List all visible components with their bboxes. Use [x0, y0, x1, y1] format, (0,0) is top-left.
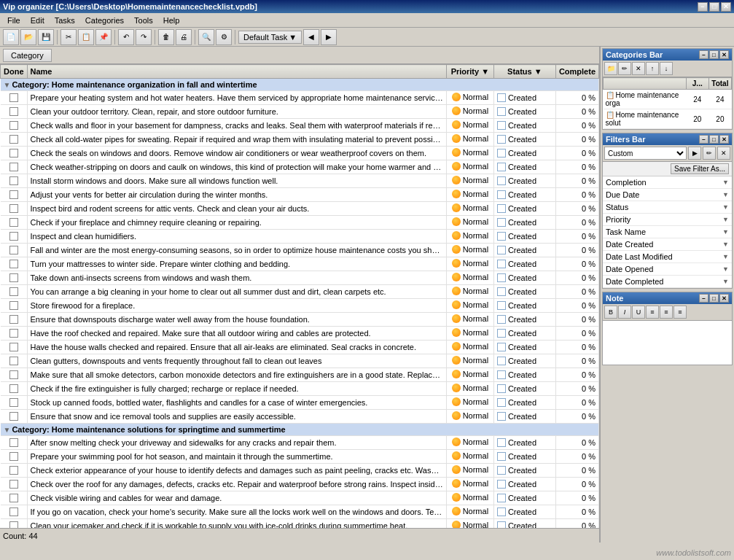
- done-cell[interactable]: [1, 119, 28, 133]
- done-cell[interactable]: [1, 299, 28, 313]
- table-row[interactable]: Have the roof checked and repaired. Make…: [1, 327, 599, 341]
- table-row[interactable]: Fall and winter are the most energy-cons…: [1, 244, 599, 257]
- cat-delete-btn[interactable]: ✕: [632, 62, 645, 75]
- done-cell[interactable]: [1, 133, 28, 147]
- task-checkbox[interactable]: [9, 384, 18, 393]
- open-button[interactable]: 📂: [20, 29, 36, 45]
- table-row[interactable]: You can arrange a big cleaning in your h…: [1, 285, 599, 299]
- task-checkbox[interactable]: [9, 466, 18, 475]
- task-table-container[interactable]: Done Name Priority ▼ Status ▼: [0, 64, 599, 528]
- task-checkbox[interactable]: [9, 357, 18, 365]
- paste-button[interactable]: 📌: [95, 29, 112, 45]
- note-italic-btn[interactable]: I: [618, 306, 631, 319]
- filter-item[interactable]: Status▼: [603, 201, 732, 214]
- task-checkbox[interactable]: [9, 521, 18, 528]
- done-cell[interactable]: [1, 464, 28, 478]
- table-row[interactable]: Check walls and floor in your basement f…: [1, 119, 599, 133]
- filter-item[interactable]: Date Created▼: [603, 238, 732, 251]
- cat-down-btn[interactable]: ↓: [660, 62, 673, 75]
- task-checkbox[interactable]: [9, 508, 18, 516]
- task-checkbox[interactable]: [9, 163, 18, 171]
- done-cell[interactable]: [1, 188, 28, 202]
- table-row[interactable]: Adjust your vents for better air circula…: [1, 188, 599, 202]
- table-row[interactable]: Prepare your heating system and hot wate…: [1, 91, 599, 105]
- table-row[interactable]: Clean your outdoor territory. Clean, rep…: [1, 105, 599, 119]
- filters-minimize-btn[interactable]: −: [699, 135, 708, 144]
- maximize-button[interactable]: □: [709, 2, 719, 12]
- print-button[interactable]: 🖨: [176, 29, 192, 45]
- table-row[interactable]: Check all cold-water pipes for sweating.…: [1, 133, 599, 147]
- done-cell[interactable]: [1, 271, 28, 285]
- undo-button[interactable]: ↶: [118, 29, 134, 45]
- done-cell[interactable]: [1, 327, 28, 341]
- copy-button[interactable]: 📋: [78, 29, 94, 45]
- table-row[interactable]: Make sure that all smoke detectors, carb…: [1, 368, 599, 382]
- done-cell[interactable]: [1, 216, 28, 230]
- filter-delete-btn[interactable]: ✕: [717, 147, 730, 160]
- done-cell[interactable]: [1, 368, 28, 382]
- task-checkbox[interactable]: [9, 452, 18, 461]
- task-checkbox[interactable]: [9, 287, 18, 296]
- cat-add-btn[interactable]: 📁: [604, 62, 617, 75]
- menu-tools[interactable]: Tools: [130, 15, 157, 26]
- task-checkbox[interactable]: [9, 301, 18, 310]
- task-checkbox[interactable]: [9, 190, 18, 199]
- table-row[interactable]: Check exterior appearance of your house …: [1, 464, 599, 478]
- default-task-dropdown[interactable]: Default Task ▼: [238, 31, 302, 44]
- note-content-area[interactable]: [603, 321, 732, 365]
- filters-close-btn[interactable]: ✕: [719, 135, 729, 144]
- minimize-button[interactable]: −: [698, 2, 708, 12]
- table-row[interactable]: Take down anti-insects screens from wind…: [1, 271, 599, 285]
- task-checkbox[interactable]: [9, 176, 18, 185]
- cat-up-btn[interactable]: ↑: [646, 62, 659, 75]
- note-header-btns[interactable]: − □ ✕: [699, 294, 729, 303]
- menu-tasks[interactable]: Tasks: [50, 15, 79, 26]
- table-row[interactable]: Clean your icemaker and check if it is w…: [1, 519, 599, 529]
- task-checkbox[interactable]: [9, 315, 18, 324]
- filter-edit-btn[interactable]: ✏: [703, 147, 716, 160]
- task-checkbox[interactable]: [9, 343, 18, 351]
- task-checkbox[interactable]: [9, 329, 18, 338]
- filter-item[interactable]: Priority▼: [603, 214, 732, 226]
- task-checkbox[interactable]: [9, 93, 18, 102]
- table-row[interactable]: Check visible wiring and cables for wear…: [1, 491, 599, 505]
- done-cell[interactable]: [1, 505, 28, 519]
- task-checkbox[interactable]: [9, 438, 18, 447]
- category-list-item[interactable]: 📋Home maintenance orga 24 24: [604, 90, 732, 109]
- done-cell[interactable]: [1, 491, 28, 505]
- table-row[interactable]: Inspect and clean humidifiers. Normal Cr…: [1, 230, 599, 244]
- table-row[interactable]: Store firewood for a fireplace. Normal C…: [1, 299, 599, 313]
- task-checkbox[interactable]: [9, 480, 18, 489]
- table-row[interactable]: Check the seals on windows and doors. Re…: [1, 147, 599, 160]
- cat-edit-btn[interactable]: ✏: [618, 62, 631, 75]
- note-align-center-btn[interactable]: ≡: [660, 306, 673, 319]
- menu-categories[interactable]: Categories: [81, 15, 128, 26]
- filter-apply-btn[interactable]: ▶: [688, 147, 701, 160]
- done-cell[interactable]: [1, 160, 28, 174]
- filters-restore-btn[interactable]: □: [709, 135, 719, 144]
- table-row[interactable]: Ensure that snow and ice removal tools a…: [1, 410, 599, 424]
- note-restore-btn[interactable]: □: [709, 294, 719, 303]
- table-row[interactable]: Check if the fire extinguisher is fully …: [1, 382, 599, 396]
- task-checkbox[interactable]: [9, 398, 18, 407]
- note-bold-btn[interactable]: B: [604, 306, 617, 319]
- done-cell[interactable]: [1, 230, 28, 244]
- filter-preset-select[interactable]: Custom: [604, 147, 687, 160]
- categories-restore-btn[interactable]: □: [709, 50, 719, 59]
- categories-header-btns[interactable]: − □ ✕: [699, 50, 729, 59]
- categories-close-btn[interactable]: ✕: [719, 50, 729, 59]
- table-row[interactable]: Stock up canned foods, bottled water, fl…: [1, 396, 599, 410]
- table-row[interactable]: Prepare your swimming pool for hot seaso…: [1, 450, 599, 464]
- task-checkbox[interactable]: [9, 149, 18, 158]
- table-row[interactable]: Check over the roof for any damages, def…: [1, 478, 599, 491]
- menu-help[interactable]: Help: [159, 15, 184, 26]
- task-checkbox[interactable]: [9, 260, 18, 268]
- close-button[interactable]: ✕: [721, 2, 731, 12]
- task-checkbox[interactable]: [9, 135, 18, 144]
- note-underline-btn[interactable]: U: [632, 306, 645, 319]
- note-align-right-btn[interactable]: ≡: [674, 306, 687, 319]
- note-minimize-btn[interactable]: −: [699, 294, 708, 303]
- task-checkbox[interactable]: [9, 218, 18, 227]
- done-cell[interactable]: [1, 244, 28, 257]
- filter-button[interactable]: 🔍: [198, 29, 214, 45]
